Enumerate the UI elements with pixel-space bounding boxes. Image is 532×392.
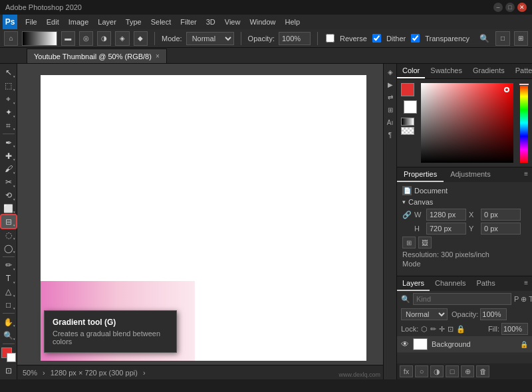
adjustment-button[interactable]: ◑ — [430, 365, 444, 377]
background-swatch[interactable] — [404, 100, 417, 114]
quick-mask-tool[interactable]: ⊡ — [1, 364, 16, 377]
linear-gradient-button[interactable]: ▬ — [61, 31, 75, 46]
new-layer-button[interactable]: ⊕ — [461, 365, 474, 377]
color-gradient-box[interactable] — [421, 83, 513, 163]
menu-file[interactable]: File — [21, 17, 41, 27]
tab-adjustments[interactable]: Adjustments — [444, 167, 497, 182]
reflected-gradient-button[interactable]: ◈ — [115, 31, 129, 46]
menu-window[interactable]: Window — [245, 17, 279, 27]
lock-transparency-icon[interactable]: ⬡ — [421, 325, 428, 334]
foreground-swatch[interactable] — [401, 83, 414, 96]
mini-tool-3[interactable]: ⇄ — [385, 92, 396, 102]
filter-px-icon[interactable]: P — [514, 295, 519, 304]
tab-color[interactable]: Color — [397, 64, 425, 78]
mask-button[interactable]: ○ — [415, 365, 428, 377]
lock-position-icon[interactable]: ✛ — [439, 325, 445, 334]
shape-tool[interactable]: □▾ — [1, 299, 16, 312]
arrange-button[interactable]: ⊞ — [514, 31, 528, 46]
layers-search-input[interactable] — [413, 293, 511, 305]
menu-type[interactable]: Type — [122, 17, 146, 27]
close-button[interactable]: ✕ — [517, 3, 527, 12]
tab-close-button[interactable]: × — [156, 52, 160, 60]
maximize-button[interactable]: □ — [505, 3, 515, 12]
tab-patterns[interactable]: Patterns — [510, 64, 532, 78]
text-tool[interactable]: T▾ — [1, 272, 16, 285]
eyedropper-tool[interactable]: ✒▾ — [1, 136, 16, 149]
layer-mode-select[interactable]: Normal Multiply Screen — [401, 308, 448, 320]
workspace-button[interactable]: □ — [495, 31, 509, 46]
background-color[interactable] — [7, 353, 16, 362]
menu-help[interactable]: Help — [281, 17, 305, 27]
transparent-swatch[interactable] — [401, 127, 414, 135]
radial-gradient-button[interactable]: ◎ — [79, 31, 93, 46]
menu-select[interactable]: Select — [147, 17, 176, 27]
mini-tool-6[interactable]: ¶ — [385, 130, 396, 140]
tab-properties[interactable]: Properties — [397, 167, 444, 182]
crop-tool[interactable]: ⌗▾ — [1, 120, 16, 132]
lock-all-icon[interactable]: 🔒 — [456, 325, 466, 334]
tab-channels[interactable]: Channels — [430, 276, 471, 291]
brush-tool[interactable]: 🖌▾ — [1, 163, 16, 175]
group-button[interactable]: □ — [446, 365, 459, 377]
canvas-area[interactable]: ✛ Gradient tool (G) Creates a gradual bl… — [17, 64, 383, 379]
layers-menu-icon[interactable]: ≡ — [520, 276, 532, 291]
fx-button[interactable]: fx — [400, 365, 413, 377]
minimize-button[interactable]: – — [493, 3, 503, 12]
document-tab[interactable]: Youtube Thumbnail @ 50% (RGB/8) × — [27, 49, 167, 63]
visibility-toggle[interactable]: 👁 — [401, 340, 409, 349]
menu-filter[interactable]: Filter — [176, 17, 200, 27]
canvas-icon-2[interactable]: 🖼 — [418, 237, 432, 248]
gradient-swatch[interactable] — [22, 31, 57, 46]
tab-layers[interactable]: Layers — [397, 276, 430, 291]
mode-select[interactable]: Normal Dissolve Multiply — [186, 32, 234, 45]
eraser-tool[interactable]: ⬜▾ — [1, 203, 16, 215]
canvas-arrow[interactable]: ▾ — [402, 199, 406, 205]
clone-tool[interactable]: ✂▾ — [1, 176, 16, 189]
blur-tool[interactable]: ◌▾ — [1, 229, 16, 241]
hue-bar[interactable] — [520, 83, 528, 163]
y-input[interactable] — [481, 223, 521, 235]
marquee-tool[interactable]: ⬚▾ — [1, 80, 16, 92]
tab-gradients[interactable]: Gradients — [467, 64, 510, 78]
move-tool[interactable]: ↖▾ — [1, 66, 16, 79]
reverse-checkbox[interactable] — [326, 34, 334, 43]
hand-tool[interactable]: ✋▾ — [1, 316, 16, 328]
history-tool[interactable]: ⟲▾ — [1, 189, 16, 202]
canvas-icon-1[interactable]: ⊞ — [402, 237, 416, 248]
gradient-tool[interactable]: ⊟▾ — [1, 215, 16, 228]
width-input[interactable] — [426, 209, 466, 221]
filter-type-icon[interactable]: T — [529, 295, 532, 304]
status-arrow[interactable]: › — [43, 369, 45, 377]
lock-pixels-icon[interactable]: ✏ — [430, 325, 436, 334]
opacity-input[interactable] — [279, 32, 311, 45]
quick-select-tool[interactable]: ✦▾ — [1, 106, 16, 119]
lasso-tool[interactable]: ⌖▾ — [1, 93, 16, 106]
path-tool[interactable]: △▾ — [1, 286, 16, 298]
filter-adj-icon[interactable]: ⊕ — [521, 295, 527, 304]
height-input[interactable] — [426, 223, 466, 235]
menu-view[interactable]: View — [221, 17, 245, 27]
menu-edit[interactable]: Edit — [43, 17, 63, 27]
layer-item[interactable]: 👁 Background 🔒 — [397, 336, 532, 353]
diamond-gradient-button[interactable]: ◆ — [134, 31, 148, 46]
mini-tool-1[interactable]: ◈ — [385, 66, 396, 77]
zoom-tool[interactable]: 🔍▾ — [1, 329, 16, 342]
menu-3d[interactable]: 3D — [202, 17, 219, 27]
transparency-checkbox[interactable] — [411, 34, 420, 43]
mini-tool-4[interactable]: ⊞ — [385, 104, 396, 115]
dither-checkbox[interactable] — [372, 34, 381, 43]
home-button[interactable]: ⌂ — [4, 31, 18, 46]
menu-image[interactable]: Image — [65, 17, 93, 27]
x-input[interactable] — [481, 209, 521, 221]
tab-paths[interactable]: Paths — [471, 276, 501, 291]
dodge-tool[interactable]: ◯▾ — [1, 242, 16, 254]
tab-swatches[interactable]: Swatches — [425, 64, 467, 78]
opacity-input[interactable] — [480, 308, 507, 320]
props-menu-icon[interactable]: ≡ — [520, 167, 532, 182]
menu-layer[interactable]: Layer — [94, 17, 120, 27]
mini-tool-2[interactable]: ▶ — [385, 79, 396, 90]
lock-artboard-icon[interactable]: ⊡ — [448, 325, 454, 334]
delete-layer-button[interactable]: 🗑 — [476, 365, 489, 377]
mini-tool-5[interactable]: Aı — [385, 117, 396, 128]
status-scroll-arrow[interactable]: › — [143, 369, 146, 377]
